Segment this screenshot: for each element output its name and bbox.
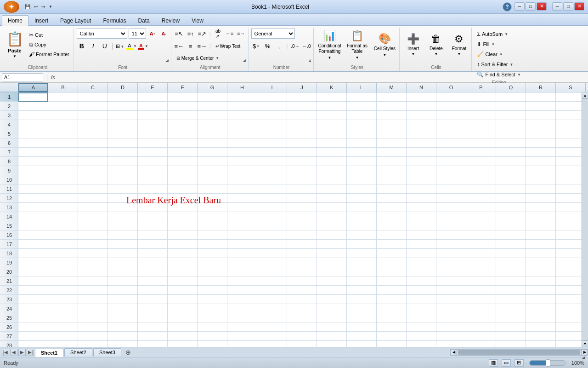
cell-I28[interactable] — [257, 341, 287, 347]
cell-E24[interactable] — [138, 304, 168, 313]
cell-G5[interactable] — [198, 129, 227, 138]
font-color-button[interactable]: A ▼ — [138, 41, 148, 51]
cell-R1[interactable] — [526, 92, 556, 102]
cell-A7[interactable] — [18, 148, 48, 157]
cell-R4[interactable] — [526, 120, 556, 129]
cell-A28[interactable] — [18, 341, 48, 347]
cell-R18[interactable] — [526, 249, 556, 258]
cell-M11[interactable] — [377, 184, 407, 194]
cell-K12[interactable] — [317, 194, 347, 203]
cell-G23[interactable] — [198, 295, 227, 304]
cell-D1[interactable] — [108, 92, 138, 102]
cell-B28[interactable] — [48, 341, 78, 347]
cell-H25[interactable] — [227, 313, 257, 322]
cell-F11[interactable] — [168, 184, 198, 194]
cell-S4[interactable] — [556, 120, 582, 129]
cell-D20[interactable] — [108, 267, 138, 276]
cell-H10[interactable] — [227, 175, 257, 184]
col-header-c[interactable]: C — [78, 83, 108, 92]
sheet-last-btn[interactable]: ▶| — [27, 349, 34, 356]
clear-button[interactable]: 🧹 Clear ▼ — [475, 50, 505, 59]
cell-C9[interactable] — [78, 166, 108, 175]
col-header-p[interactable]: P — [466, 83, 496, 92]
cell-M3[interactable] — [377, 111, 407, 120]
cell-L6[interactable] — [347, 138, 377, 148]
cell-R24[interactable] — [526, 304, 556, 313]
cell-P27[interactable] — [466, 332, 496, 341]
cell-G10[interactable] — [198, 175, 227, 184]
cell-S3[interactable] — [556, 111, 582, 120]
cell-I25[interactable] — [257, 313, 287, 322]
cell-J6[interactable] — [287, 138, 317, 148]
cell-S23[interactable] — [556, 295, 582, 304]
cell-S21[interactable] — [556, 276, 582, 286]
cell-C16[interactable] — [78, 230, 108, 240]
cell-F24[interactable] — [168, 304, 198, 313]
cell-S11[interactable] — [556, 184, 582, 194]
cell-K24[interactable] — [317, 304, 347, 313]
cell-R16[interactable] — [526, 230, 556, 240]
cell-E28[interactable] — [138, 341, 168, 347]
cell-H22[interactable] — [227, 286, 257, 295]
col-header-r[interactable]: R — [526, 83, 556, 92]
cell-R2[interactable] — [526, 102, 556, 111]
cell-K4[interactable] — [317, 120, 347, 129]
cell-O28[interactable] — [436, 341, 466, 347]
cell-K16[interactable] — [317, 230, 347, 240]
paste-button[interactable]: 📋 Paste ▼ — [4, 29, 26, 61]
row-num-24[interactable]: 24 — [0, 304, 18, 313]
cell-C22[interactable] — [78, 286, 108, 295]
cell-S20[interactable] — [556, 267, 582, 276]
redo-quick-btn[interactable]: ↪ — [40, 3, 46, 10]
cell-J19[interactable] — [287, 258, 317, 267]
cell-D12[interactable] — [108, 194, 138, 203]
cell-M24[interactable] — [377, 304, 407, 313]
cell-K8[interactable] — [317, 157, 347, 166]
cell-B4[interactable] — [48, 120, 78, 129]
page-break-view-btn[interactable]: ⊞ — [514, 359, 524, 367]
col-header-m[interactable]: M — [377, 83, 407, 92]
cell-J24[interactable] — [287, 304, 317, 313]
cell-A5[interactable] — [18, 129, 48, 138]
zoom-slider[interactable] — [529, 360, 566, 366]
cell-O1[interactable] — [436, 92, 466, 102]
cell-N18[interactable] — [407, 249, 436, 258]
cell-M27[interactable] — [377, 332, 407, 341]
cell-J4[interactable] — [287, 120, 317, 129]
cell-C7[interactable] — [78, 148, 108, 157]
cell-J12[interactable] — [287, 194, 317, 203]
cell-H19[interactable] — [227, 258, 257, 267]
align-right-button[interactable]: ≡→ — [197, 41, 207, 51]
cell-C28[interactable] — [78, 341, 108, 347]
row-num-18[interactable]: 18 — [0, 249, 18, 258]
cell-P24[interactable] — [466, 304, 496, 313]
delete-button[interactable]: 🗑 Delete ▼ — [425, 29, 447, 61]
cell-C10[interactable] — [78, 175, 108, 184]
cell-D15[interactable] — [108, 221, 138, 230]
cell-G18[interactable] — [198, 249, 227, 258]
cell-R12[interactable] — [526, 194, 556, 203]
cell-G9[interactable] — [198, 166, 227, 175]
add-sheet-btn[interactable]: ⊕ — [124, 349, 132, 356]
cell-K3[interactable] — [317, 111, 347, 120]
cell-K18[interactable] — [317, 249, 347, 258]
cell-P14[interactable] — [466, 212, 496, 221]
cell-F6[interactable] — [168, 138, 198, 148]
cell-I6[interactable] — [257, 138, 287, 148]
cell-P28[interactable] — [466, 341, 496, 347]
cell-I21[interactable] — [257, 276, 287, 286]
select-all-button[interactable] — [0, 83, 18, 92]
cell-L5[interactable] — [347, 129, 377, 138]
cell-P7[interactable] — [466, 148, 496, 157]
row-num-16[interactable]: 16 — [0, 230, 18, 240]
cell-R11[interactable] — [526, 184, 556, 194]
cell-Q17[interactable] — [496, 240, 526, 249]
cell-G6[interactable] — [198, 138, 227, 148]
cell-B13[interactable] — [48, 203, 78, 212]
cell-P21[interactable] — [466, 276, 496, 286]
cell-K6[interactable] — [317, 138, 347, 148]
cell-N2[interactable] — [407, 102, 436, 111]
cell-M16[interactable] — [377, 230, 407, 240]
cell-J3[interactable] — [287, 111, 317, 120]
cell-H6[interactable] — [227, 138, 257, 148]
